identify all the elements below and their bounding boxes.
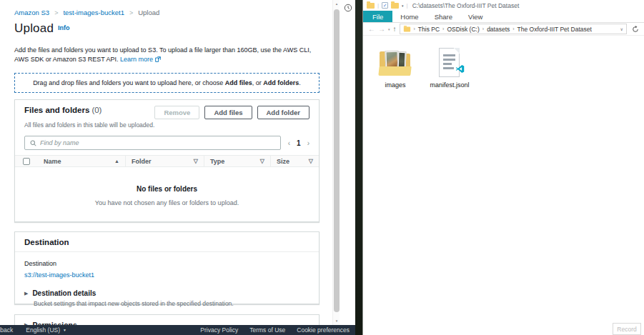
add-folder-button[interactable]: Add folder bbox=[257, 106, 310, 119]
tab-home[interactable]: Home bbox=[392, 11, 426, 22]
dropzone-add-files-text: Add files bbox=[225, 79, 252, 86]
language-selector[interactable]: English (US) ▼ bbox=[26, 326, 66, 334]
files-and-folders-panel: Files and folders (0) Remove Add files A… bbox=[14, 99, 319, 222]
file-item-label: manifest.jsonl bbox=[430, 81, 469, 89]
search-box bbox=[24, 136, 281, 150]
language-label: English (US) bbox=[26, 326, 60, 334]
ribbon-tabs: File Home Share View bbox=[363, 11, 644, 23]
s3-upload-page: Amazon S3 > test-images-bucket1 > Upload… bbox=[0, 0, 332, 325]
privacy-policy-link[interactable]: Privacy Policy bbox=[200, 326, 238, 334]
tab-file[interactable]: File bbox=[363, 11, 392, 22]
scrollbar-thumb[interactable] bbox=[334, 9, 340, 312]
sort-ascending-icon: ▲ bbox=[114, 159, 119, 164]
window-title: C:\datasets\The Oxford-IIIT Pet Dataset bbox=[412, 2, 520, 9]
address-segment-dataset-folder[interactable]: The Oxford-IIIT Pet Dataset bbox=[517, 26, 592, 33]
destination-details-description: Bucket settings that impact new objects … bbox=[34, 300, 309, 307]
filter-icon[interactable]: ▽ bbox=[194, 158, 198, 164]
quick-access-caret-icon[interactable]: ▾ bbox=[402, 4, 404, 8]
breadcrumb-amazon-s3-link[interactable]: Amazon S3 bbox=[14, 9, 49, 16]
address-separator-icon: › bbox=[442, 26, 444, 31]
files-table-header: Name ▲ Folder ▽ Type ▽ Size ▽ bbox=[15, 155, 319, 167]
page-title: Upload bbox=[14, 21, 54, 36]
cookie-preferences-link[interactable]: Cookie preferences bbox=[297, 326, 350, 334]
column-header-name[interactable]: Name ▲ bbox=[38, 156, 125, 166]
filter-icon[interactable]: ▽ bbox=[260, 158, 264, 164]
upload-dropzone[interactable]: Drag and drop files and folders you want… bbox=[14, 73, 319, 93]
recent-locations-caret-icon[interactable]: ▾ bbox=[388, 27, 390, 31]
folder-icon bbox=[403, 26, 410, 31]
record-button[interactable]: Record bbox=[613, 323, 641, 335]
file-item-label: images bbox=[385, 81, 405, 89]
caret-down-icon: ▼ bbox=[63, 328, 66, 332]
folder-with-photos-icon bbox=[379, 46, 412, 79]
terms-of-use-link[interactable]: Terms of Use bbox=[249, 326, 285, 334]
tab-share[interactable]: Share bbox=[427, 11, 460, 22]
destination-field-label: Destination bbox=[24, 260, 309, 267]
dropzone-period: . bbox=[299, 79, 301, 86]
address-dropdown-icon[interactable]: ∨ bbox=[620, 26, 623, 31]
titlebar-separator: | bbox=[407, 2, 408, 9]
clock-icon[interactable] bbox=[344, 2, 355, 15]
explorer-window: | ✓ ▾ | C:\datasets\The Oxford-IIIT Pet … bbox=[362, 0, 644, 335]
console-footer: Feedback English (US) ▼ Privacy Policy T… bbox=[0, 325, 355, 335]
address-segment-this-pc[interactable]: This PC bbox=[418, 26, 440, 33]
breadcrumb-bucket-link[interactable]: test-images-bucket1 bbox=[63, 9, 124, 16]
folder-icon bbox=[367, 3, 375, 9]
destination-panel-title: Destination bbox=[15, 232, 319, 252]
address-bar[interactable]: › This PC › OSDisk (C:) › datasets › The… bbox=[400, 24, 627, 34]
filter-icon[interactable]: ▽ bbox=[309, 158, 313, 164]
explorer-titlebar: | ✓ ▾ | C:\datasets\The Oxford-IIIT Pet … bbox=[363, 0, 644, 11]
feedback-link[interactable]: Feedback bbox=[0, 326, 13, 334]
column-folder-label: Folder bbox=[132, 158, 152, 165]
address-separator-icon: › bbox=[512, 26, 514, 31]
permissions-toggle[interactable]: ▶ Permissions bbox=[15, 315, 319, 325]
file-item-images[interactable]: images bbox=[373, 41, 417, 89]
empty-state-subtitle: You have not chosen any files or folders… bbox=[15, 199, 319, 206]
search-input[interactable] bbox=[40, 139, 275, 146]
add-files-button[interactable]: Add files bbox=[204, 106, 252, 119]
screen: Amazon S3 > test-images-bucket1 > Upload… bbox=[0, 0, 644, 335]
page-description: Add the files and folders you want to up… bbox=[14, 46, 323, 65]
external-link-icon bbox=[155, 56, 161, 65]
forward-icon[interactable]: → bbox=[378, 26, 385, 33]
pagination-prev-icon[interactable]: ‹ bbox=[288, 139, 290, 147]
destination-panel: Destination Destination s3://test-images… bbox=[14, 231, 319, 304]
browser-window: Amazon S3 > test-images-bucket1 > Upload… bbox=[0, 0, 355, 335]
pagination: ‹ 1 › bbox=[288, 139, 309, 147]
empty-state: No files or folders You have not chosen … bbox=[15, 167, 319, 206]
select-all-checkbox[interactable] bbox=[23, 158, 30, 165]
column-header-size[interactable]: Size ▽ bbox=[270, 156, 319, 166]
back-icon[interactable]: ← bbox=[368, 26, 375, 33]
page-scrollbar[interactable]: ▴ ▾ bbox=[332, 0, 340, 325]
breadcrumb-separator-icon: > bbox=[54, 9, 58, 16]
browser-side-gutter bbox=[340, 0, 355, 325]
address-separator-icon: › bbox=[482, 26, 484, 31]
files-panel-count: (0) bbox=[91, 106, 101, 114]
refresh-icon[interactable] bbox=[630, 26, 640, 33]
pagination-current-page[interactable]: 1 bbox=[297, 139, 301, 147]
breadcrumb-separator-icon: > bbox=[129, 9, 133, 16]
destination-details-toggle[interactable]: ▶ Destination details bbox=[24, 289, 309, 297]
pagination-next-icon[interactable]: › bbox=[307, 139, 309, 147]
dropzone-or-text: , or bbox=[252, 79, 264, 86]
checkmark-icon[interactable]: ✓ bbox=[382, 2, 388, 9]
column-size-label: Size bbox=[277, 158, 289, 165]
file-item-manifest[interactable]: manifest.jsonl bbox=[427, 41, 472, 89]
files-panel-title: Files and folders bbox=[24, 106, 89, 114]
search-icon bbox=[30, 136, 36, 149]
remove-button[interactable]: Remove bbox=[154, 106, 199, 119]
jsonl-document-icon bbox=[437, 47, 462, 79]
column-header-type[interactable]: Type ▽ bbox=[204, 156, 270, 166]
column-type-label: Type bbox=[210, 158, 224, 165]
tab-view[interactable]: View bbox=[460, 11, 490, 22]
column-header-folder[interactable]: Folder ▽ bbox=[125, 156, 204, 166]
destination-bucket-link[interactable]: s3://test-images-bucket1 bbox=[24, 271, 94, 279]
info-link[interactable]: Info bbox=[58, 24, 70, 31]
learn-more-link[interactable]: Learn more bbox=[120, 56, 153, 63]
address-segment-osdisk[interactable]: OSDisk (C:) bbox=[447, 26, 479, 33]
address-segment-datasets[interactable]: datasets bbox=[487, 26, 510, 33]
dropzone-add-folders-text: Add folders bbox=[263, 79, 299, 86]
address-toolbar: ← → ▾ ↑ › This PC › OSDisk (C:) › datase… bbox=[363, 23, 644, 36]
up-icon[interactable]: ↑ bbox=[393, 26, 397, 33]
folder-icon[interactable] bbox=[391, 3, 399, 9]
